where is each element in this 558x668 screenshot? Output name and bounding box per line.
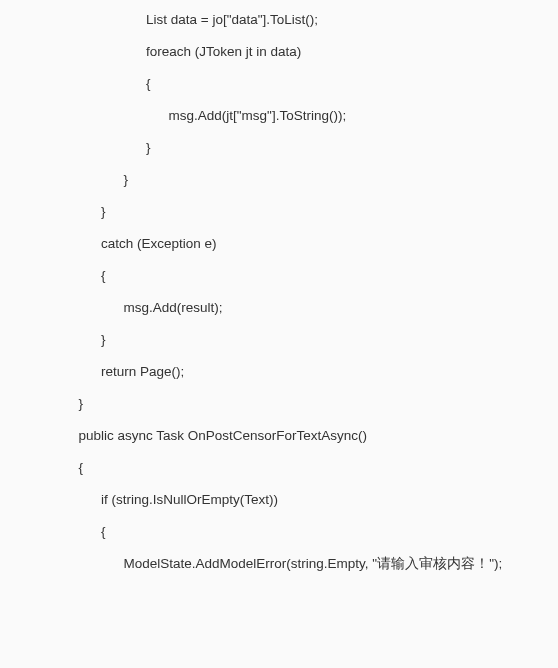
code-line: return Page(); xyxy=(0,356,558,388)
code-line: ModelState.AddModelError(string.Empty, "… xyxy=(0,548,558,580)
code-line: } xyxy=(0,196,558,228)
code-line: } xyxy=(0,324,558,356)
code-line: msg.Add(result); xyxy=(0,292,558,324)
code-line: } xyxy=(0,388,558,420)
code-line: } xyxy=(0,164,558,196)
code-line: List data = jo["data"].ToList(); xyxy=(0,4,558,36)
code-line: foreach (JToken jt in data) xyxy=(0,36,558,68)
code-line: { xyxy=(0,516,558,548)
code-line: catch (Exception e) xyxy=(0,228,558,260)
code-line: public async Task OnPostCensorForTextAsy… xyxy=(0,420,558,452)
code-line: { xyxy=(0,452,558,484)
code-line: msg.Add(jt["msg"].ToString()); xyxy=(0,100,558,132)
code-line: { xyxy=(0,68,558,100)
code-line: if (string.IsNullOrEmpty(Text)) xyxy=(0,484,558,516)
code-line: } xyxy=(0,132,558,164)
code-line: { xyxy=(0,260,558,292)
code-block: List data = jo["data"].ToList(); foreach… xyxy=(0,4,558,580)
